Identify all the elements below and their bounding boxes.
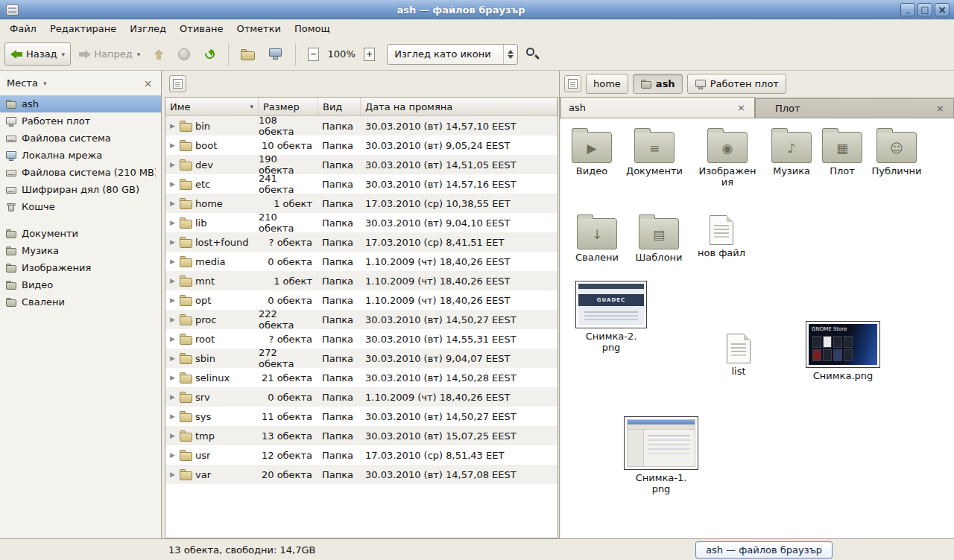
sidebar-item-trash[interactable]: Кошче <box>0 198 161 215</box>
table-row[interactable]: opt0 обектаПапка1.10.2009 (чт) 18,40,26 … <box>165 290 557 310</box>
sidebar-item-music[interactable]: Музика <box>0 242 161 259</box>
sidebar-close-icon[interactable] <box>142 77 154 89</box>
minimize-button[interactable] <box>900 3 915 16</box>
folder-item-downloads[interactable]: ↓ Свалени <box>566 214 628 263</box>
file-item-new-file[interactable]: нов файл <box>690 212 753 258</box>
expander-icon[interactable] <box>168 451 177 459</box>
sidebar-item-downloads[interactable]: Свалени <box>0 293 161 311</box>
folder-item-desktop[interactable]: ▦ Плот <box>811 127 874 176</box>
menu-item-file[interactable]: Файл <box>3 19 43 38</box>
tab-ash[interactable]: ash <box>560 97 755 118</box>
expander-icon[interactable] <box>168 180 177 188</box>
column-header-size[interactable]: Размер <box>259 98 318 115</box>
expander-icon[interactable] <box>168 277 177 284</box>
folder-item-documents[interactable]: ≡ Документи <box>623 127 686 176</box>
back-dropdown-chevron-icon[interactable]: ▾ <box>62 51 66 58</box>
back-button[interactable]: Назад ▾ <box>4 42 71 66</box>
forward-button[interactable]: Напред ▾ <box>72 42 146 66</box>
expander-icon[interactable] <box>168 219 177 226</box>
expander-icon[interactable] <box>168 335 177 343</box>
folder-item-pictures[interactable]: ◉ Изображения <box>696 127 759 188</box>
expander-icon[interactable] <box>168 258 177 265</box>
image-item-snimka[interactable]: GNOME Store Снимка.png <box>804 321 882 381</box>
table-row[interactable]: boot10 обектаПапка30.03.2010 (вт) 9,05,2… <box>165 136 557 155</box>
image-item-snimka-2[interactable]: GUADEC Снимка-2.png <box>574 281 648 353</box>
reload-button[interactable] <box>198 42 222 66</box>
menu-item-help[interactable]: Помощ <box>288 19 337 38</box>
table-row[interactable]: root? обектаПапка30.03.2010 (вт) 14,55,3… <box>165 329 557 349</box>
table-row[interactable]: selinux21 обектаПапка30.03.2010 (вт) 14,… <box>165 368 557 387</box>
close-button[interactable] <box>935 3 950 16</box>
expander-icon[interactable] <box>168 296 177 304</box>
table-row[interactable]: sys11 обектаПапка30.03.2010 (вт) 14,50,2… <box>165 407 557 426</box>
breadcrumb-home[interactable]: home <box>586 74 628 94</box>
table-row[interactable]: bin108 обектаПапка30.03.2010 (вт) 14,57,… <box>165 116 557 136</box>
folder-item-templates[interactable]: ▤ Шаблони <box>628 214 690 263</box>
title-bar[interactable]: ash — файлов браузър <box>0 0 954 19</box>
table-row[interactable]: etc241 обектаПапка30.03.2010 (вт) 14,57,… <box>165 174 557 194</box>
expander-icon[interactable] <box>168 393 177 401</box>
pane-location-button[interactable] <box>564 75 581 92</box>
folder-item-public[interactable]: ☺ Публични <box>865 127 928 176</box>
table-row[interactable]: tmp13 обектаПапка30.03.2010 (вт) 15,07,2… <box>165 426 557 445</box>
table-row[interactable]: home1 обектПапка17.03.2010 (ср) 10,38,55… <box>165 194 557 213</box>
expander-icon[interactable] <box>168 238 177 246</box>
expander-icon[interactable] <box>168 374 177 381</box>
tab-close-icon[interactable] <box>736 102 747 113</box>
menu-item-edit[interactable]: Редактиране <box>43 19 123 38</box>
expander-icon[interactable] <box>168 354 177 362</box>
pane-location-button[interactable] <box>169 75 186 92</box>
column-header-date[interactable]: Дата на промяна <box>361 98 557 115</box>
sidebar-item-filesystem[interactable]: Файлова система <box>0 130 161 147</box>
stop-button[interactable] <box>172 42 196 66</box>
expander-icon[interactable] <box>168 161 177 168</box>
image-item-snimka-1[interactable]: Снимка-1.png <box>622 416 700 494</box>
table-row[interactable]: var20 обектаПапка30.03.2010 (вт) 14,57,0… <box>165 465 557 484</box>
table-row[interactable]: usr12 обектаПапка17.03.2010 (ср) 8,51,43… <box>165 445 557 465</box>
sidebar-item-filesystem-210mb[interactable]: Файлова система (210 MB) <box>0 164 161 181</box>
table-row[interactable]: sbin272 обектаПапка30.03.2010 (вт) 9,04,… <box>165 349 557 368</box>
file-item-list[interactable]: list <box>707 331 770 377</box>
breadcrumb-desktop[interactable]: Работен плот <box>687 74 786 94</box>
menu-item-bookmarks[interactable]: Отметки <box>230 19 287 38</box>
taskbar-window-button[interactable]: ash — файлов браузър <box>695 541 833 559</box>
folder-item-video[interactable]: ▶ Видео <box>560 127 623 176</box>
tab-plot[interactable]: Плот <box>755 98 954 118</box>
sidebar-item-ash[interactable]: ash <box>0 95 161 112</box>
zoom-out-button[interactable] <box>302 42 325 66</box>
column-header-type[interactable]: Вид <box>318 98 361 115</box>
sidebar-item-pictures[interactable]: Изображения <box>0 259 161 276</box>
maximize-button[interactable] <box>917 3 932 16</box>
search-button[interactable] <box>519 42 546 66</box>
table-row[interactable]: mnt1 обектПапка1.10.2009 (чт) 18,40,26 E… <box>165 271 557 290</box>
sidebar-item-documents[interactable]: Документи <box>0 225 161 242</box>
sidebar-item-desktop[interactable]: Работен плот <box>0 112 161 130</box>
sidebar-item-encrypted-80gb[interactable]: Шифриран дял (80 GB) <box>0 181 161 198</box>
column-header-name[interactable]: Име ▾ <box>165 98 259 115</box>
sidebar-item-network[interactable]: Локална мрежа <box>0 147 161 164</box>
tab-close-icon[interactable] <box>935 103 946 114</box>
home-button[interactable] <box>235 42 261 66</box>
combo-spinner-icon[interactable] <box>503 45 517 64</box>
menu-item-go[interactable]: Отиване <box>173 19 230 38</box>
expander-icon[interactable] <box>168 122 177 130</box>
expander-icon[interactable] <box>168 141 177 149</box>
up-button[interactable] <box>148 42 171 66</box>
expander-icon[interactable] <box>168 200 177 207</box>
expander-icon[interactable] <box>168 413 177 420</box>
sidebar-selector-chevron-icon[interactable]: ▾ <box>43 80 47 87</box>
breadcrumb-ash[interactable]: ash <box>633 74 683 94</box>
table-row[interactable]: srv0 обектаПапка1.10.2009 (чт) 18,40,26 … <box>165 387 557 407</box>
table-row[interactable]: proc222 обектаПапка30.03.2010 (вт) 14,50… <box>165 310 557 329</box>
sidebar-item-videos[interactable]: Видео <box>0 276 161 293</box>
table-row[interactable]: media0 обектаПапка1.10.2009 (чт) 18,40,2… <box>165 252 557 271</box>
expander-icon[interactable] <box>168 316 177 323</box>
table-row[interactable]: lost+found? обектаПапка17.03.2010 (ср) 8… <box>165 232 557 252</box>
expander-icon[interactable] <box>168 432 177 439</box>
table-row[interactable]: lib210 обектаПапка30.03.2010 (вт) 9,04,1… <box>165 213 557 232</box>
expander-icon[interactable] <box>168 471 177 478</box>
view-mode-selector[interactable]: Изглед като икони <box>387 44 518 65</box>
table-row[interactable]: dev190 обектаПапка30.03.2010 (вт) 14,51,… <box>165 155 557 174</box>
menu-item-view[interactable]: Изглед <box>123 19 173 38</box>
icon-view[interactable]: ▶ Видео ≡ Документи ◉ Изображения ♪ Музи… <box>560 118 954 538</box>
